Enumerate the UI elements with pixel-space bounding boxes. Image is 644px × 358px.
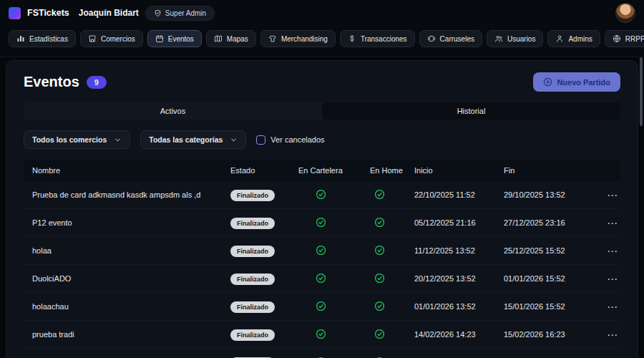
event-name: DuolciADO [24,274,228,283]
plus-circle-icon [543,77,552,87]
nav-item[interactable]: Estadísticas [9,30,76,47]
start-datetime: 14/02/2026 14:23 [411,330,501,339]
row-more-button[interactable]: ⋯ [607,274,618,284]
admins-icon [555,34,564,43]
event-name: holaachau [24,302,228,311]
status-badge: Finalizado [230,329,275,341]
user-avatar[interactable] [615,3,635,23]
check-circle-icon [316,273,326,284]
chevron-down-icon [114,136,122,144]
end-datetime: 27/12/2025 23:16 [501,218,595,227]
nav-item[interactable]: Eventos [147,30,202,47]
store-icon [88,34,97,43]
nav-item-label: Eventos [168,35,194,43]
table-row: prueba tradi Finalizado 14/02/2026 14:23… [24,321,620,349]
commerce-filter-dropdown[interactable]: Todos los comercios [24,130,130,149]
nav-item[interactable]: RRPP [605,30,644,47]
check-circle-icon [374,329,385,339]
nav-item[interactable]: Mapas [206,30,256,47]
nav-item-label: Carruseles [440,35,474,43]
brand-name: FSTickets [27,8,69,18]
tab-historial[interactable]: Historial [322,102,620,120]
nav-item-label: RRPP [625,35,644,43]
role-badge-label: Super Admin [165,9,206,17]
top-bar: FSTickets Joaquín Bidart Super Admin [0,0,644,26]
map-icon [214,34,223,43]
status-badge: Finalizado [230,190,275,201]
check-circle-icon [316,189,326,200]
role-badge: Super Admin [145,6,215,21]
nav-item[interactable]: Admins [547,30,600,47]
start-datetime: 05/12/2025 21:16 [411,218,501,227]
main-nav: Estadísticas Comercios Eventos Mapas Mer… [0,26,644,57]
users-icon [494,34,503,43]
check-circle-icon [374,273,385,284]
calendar-icon [155,34,164,43]
tab-activos[interactable]: Activos [24,102,322,120]
check-circle-icon [316,245,326,256]
check-circle-icon [374,245,385,256]
check-circle-icon [374,189,385,200]
status-badge: Finalizado [230,246,275,257]
carousel-icon [427,34,436,43]
tabs-list: Activos Historial [24,102,620,120]
end-datetime: 15/01/2026 15:52 [501,302,595,311]
status-badge: Finalizado [230,218,275,229]
row-more-button[interactable]: ⋯ [607,218,618,228]
nav-item[interactable]: Merchandising [260,30,336,47]
check-circle-icon [316,301,326,311]
nav-item-label: Comercios [101,35,135,43]
shirt-icon [268,34,277,43]
category-filter-dropdown[interactable]: Todas las categorías [140,130,246,149]
row-more-button[interactable]: ⋯ [607,190,618,200]
page-title: Eventos [24,74,79,90]
chevron-down-icon [230,136,238,144]
start-datetime: 01/01/2026 13:52 [411,302,501,311]
nav-item-label: Transacciones [361,35,407,43]
show-cancelled-toggle[interactable]: Ver cancelados [256,135,324,145]
table-row: concu sectorizado Finalizado 14/02/2026 … [24,349,620,358]
status-badge: Finalizado [230,301,275,313]
start-datetime: 22/10/2025 11:52 [411,190,501,199]
nav-item-label: Merchandising [281,35,328,43]
show-cancelled-checkbox[interactable] [256,135,265,145]
check-circle-icon [316,217,326,228]
status-badge: Finalizado [230,274,275,285]
scrollbar[interactable] [640,57,643,126]
table-row: Prueba de card adkmasnd kasdk ampsdm als… [24,181,620,209]
nav-item[interactable]: Comercios [80,30,143,47]
show-cancelled-label: Ver cancelados [270,135,324,144]
table-row: holaachau Finalizado 01/01/2026 13:52 15… [24,293,620,321]
end-datetime: 15/02/2026 16:23 [501,330,595,339]
dollar-icon [348,34,356,43]
commerce-filter-value: Todos los comercios [32,135,107,144]
event-name: holaa [24,246,228,255]
event-name: P12 evento [24,218,228,227]
start-datetime: 20/12/2025 13:52 [411,274,501,283]
nav-item-label: Mapas [227,35,248,43]
events-table: Nombre Estado En Cartelera En Home Inici… [24,160,620,358]
row-more-button[interactable]: ⋯ [607,329,618,340]
table-row: P12 evento Finalizado 05/12/2025 21:16 2… [24,209,620,237]
globe-icon [613,34,621,43]
end-datetime: 01/01/2026 15:52 [501,274,595,283]
row-more-button[interactable]: ⋯ [607,246,618,256]
event-name: Prueba de card adkmasnd kasdk ampsdm als… [24,190,228,199]
user-name: Joaquín Bidart [79,8,139,18]
nav-item-label: Usuarios [507,35,535,43]
col-estado: Estado [228,166,296,175]
nav-item[interactable]: Transacciones [340,30,415,47]
nav-item[interactable]: Carruseles [419,30,482,47]
new-match-button[interactable]: Nuevo Partido [533,72,620,92]
event-name: prueba tradi [24,330,228,339]
nav-item[interactable]: Usuarios [487,30,543,47]
row-more-button[interactable]: ⋯ [607,301,618,312]
nav-item-label: Estadísticas [29,35,68,43]
check-circle-icon [316,329,326,339]
table-header: Nombre Estado En Cartelera En Home Inici… [24,160,620,181]
nav-item-label: Admins [568,35,592,43]
col-fin: Fin [501,166,595,175]
check-circle-icon [374,301,385,311]
col-inicio: Inicio [411,166,501,175]
content-panel: Eventos 9 Nuevo Partido Activos Historia… [6,60,638,358]
